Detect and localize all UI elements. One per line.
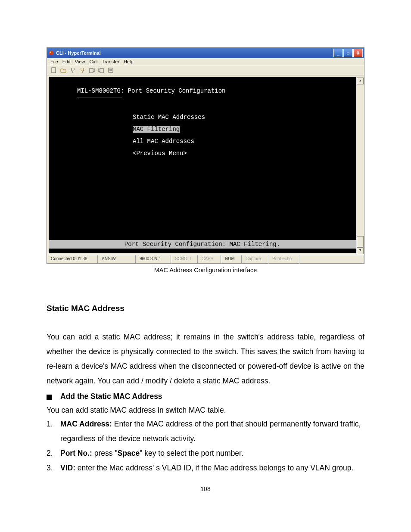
hyperterminal-window: CLI - HyperTerminal _ □ X File Edit View…: [47, 47, 364, 264]
menu-item-filtering-selected: MAC Filtering: [49, 123, 356, 135]
figure-caption: MAC Address Configuration interface: [47, 267, 364, 274]
status-connected: Connected 0:01:38: [47, 255, 98, 264]
receive-icon[interactable]: [98, 67, 105, 74]
bullet-description: You can add static MAC address in switch…: [47, 404, 364, 417]
square-bullet-icon: [47, 395, 52, 400]
page-number: 108: [47, 485, 364, 492]
list-number: 2.: [47, 446, 60, 460]
list-item: 1. MAC Address: Enter the MAC address of…: [47, 417, 364, 446]
list-number: 1.: [47, 417, 60, 446]
list-item: 3. VID: enter the Mac address' s VLAD ID…: [47, 460, 364, 475]
status-scroll: SCROLL: [171, 255, 198, 264]
toolbar: [47, 65, 364, 75]
status-spacer: [299, 255, 364, 264]
menu-transfer[interactable]: Transfer: [102, 59, 119, 64]
list-number: 3.: [47, 460, 60, 475]
status-print-echo: Print echo: [268, 255, 299, 264]
svg-point-0: [49, 51, 54, 56]
close-button[interactable]: X: [353, 49, 363, 57]
bullet-item: Add the Static MAC Address: [47, 390, 364, 403]
disconnect-icon[interactable]: [79, 67, 86, 74]
menu-item-static: Static MAC Addresses: [49, 111, 356, 123]
section-intro: You can add a static MAC address; it rem…: [47, 330, 364, 388]
minimize-button[interactable]: _: [333, 49, 343, 57]
menu-help[interactable]: Help: [124, 59, 134, 64]
connect-icon[interactable]: [69, 67, 76, 74]
menu-item-all: All MAC Addresses: [49, 135, 356, 147]
new-icon[interactable]: [50, 67, 57, 74]
properties-icon[interactable]: [107, 67, 114, 74]
status-terminal-type: ANSIW: [98, 255, 136, 264]
status-baud: 9600 8-N-1: [136, 255, 171, 264]
terminal-header: MIL-SM8002TG: Port Security Configuratio…: [49, 85, 356, 97]
menu-call[interactable]: Call: [89, 59, 97, 64]
svg-point-1: [50, 52, 52, 53]
bullet-label: Add the Static MAC Address: [60, 390, 162, 403]
section-heading: Static MAC Address: [47, 304, 364, 313]
scrollbar-vertical[interactable]: ▴ ▾: [356, 77, 364, 255]
menubar: File Edit View Call Transfer Help: [47, 58, 364, 65]
menu-item-previous: <Previous Menu>: [49, 147, 356, 159]
maximize-button[interactable]: □: [343, 49, 353, 57]
scroll-up-icon[interactable]: ▴: [357, 78, 364, 84]
svg-rect-6: [100, 68, 103, 73]
list-item: 2. Port No.: press "Space" key to select…: [47, 446, 364, 460]
window-title: CLI - HyperTerminal: [56, 50, 333, 56]
menu-view[interactable]: View: [75, 59, 85, 64]
status-caps: CAPS: [198, 255, 221, 264]
send-icon[interactable]: [88, 67, 95, 74]
open-icon[interactable]: [60, 67, 67, 74]
app-icon: [48, 50, 54, 56]
status-num: NUM: [221, 255, 242, 264]
svg-rect-2: [52, 68, 56, 73]
terminal-screen[interactable]: MIL-SM8002TG: Port Security Configuratio…: [49, 77, 356, 253]
scroll-down-icon[interactable]: ▾: [357, 247, 364, 254]
status-capture: Capture: [242, 255, 268, 264]
terminal-footer: Port Security Configuration: MAC Filteri…: [49, 240, 356, 249]
statusbar: Connected 0:01:38 ANSIW 9600 8-N-1 SCROL…: [47, 255, 364, 264]
titlebar[interactable]: CLI - HyperTerminal _ □ X: [47, 48, 364, 58]
svg-rect-5: [90, 68, 93, 73]
menu-edit[interactable]: Edit: [62, 59, 71, 64]
scroll-thumb[interactable]: [357, 236, 364, 247]
menu-file[interactable]: File: [50, 59, 58, 64]
svg-rect-7: [109, 68, 113, 72]
